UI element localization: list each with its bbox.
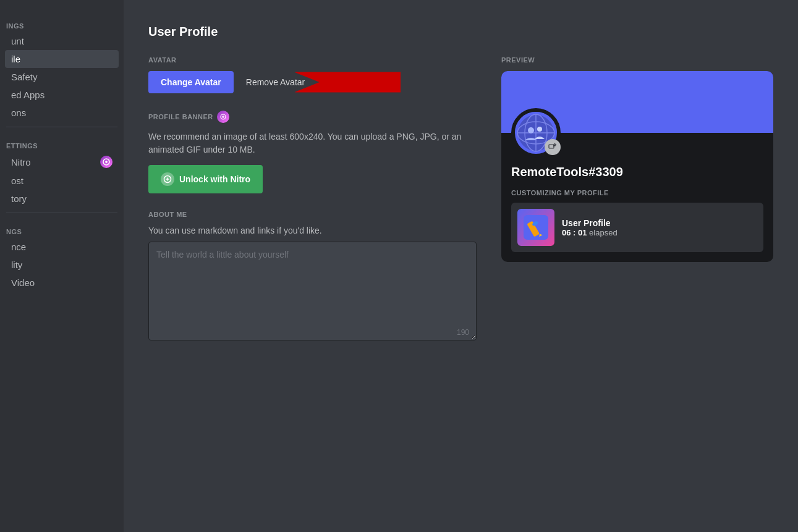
sidebar-item-boost[interactable]: ost [5,172,119,190]
activity-info: User Profile 06 : 01 elapsed [562,218,618,237]
sidebar-item-notifications-label: ons [11,108,26,118]
activity-time-bold: 06 : 01 [562,228,587,237]
sidebar-divider-1 [6,127,117,127]
sidebar-item-boost-label: ost [11,175,23,186]
activity-icon [517,209,554,246]
preview-label: PREVIEW [501,56,773,64]
right-panel: PREVIEW [501,56,773,343]
profile-username: RemoteTools#3309 [511,165,763,179]
sidebar-item-profile[interactable]: ile [5,50,119,68]
profile-username-text: RemoteTools [511,165,588,179]
activity-time: 06 : 01 elapsed [562,228,618,237]
about-textarea-wrapper: 190 [148,242,477,343]
change-avatar-button[interactable]: Change Avatar [148,71,234,93]
sidebar: INGS unt ile Safety ed Apps ons ETTINGS … [0,0,124,532]
avatar-label-text: AVATAR [148,56,177,64]
sidebar-section-app-settings: ETTINGS [0,132,124,152]
about-textarea[interactable] [148,242,477,340]
about-description: You can use markdown and links if you'd … [148,226,477,235]
sidebar-section-app-settings-2: NGS [0,218,124,238]
avatar-buttons-row: Change Avatar Remove Avatar [148,71,477,93]
banner-nitro-badge [217,111,229,123]
banner-label-text: PROFILE BANNER [148,113,213,120]
main-content: User Profile AVATAR Change Avatar Remove… [124,0,798,532]
sidebar-item-account-label: unt [11,36,24,46]
sidebar-item-safety-label: Safety [11,72,38,82]
sidebar-item-nitro[interactable]: Nitro [5,152,119,172]
svg-point-15 [528,127,534,133]
sidebar-item-quality-label: lity [11,260,22,270]
left-panel: AVATAR Change Avatar Remove Avatar PROFI… [148,56,477,343]
sidebar-divider-2 [6,213,117,213]
sidebar-item-history-label: tory [11,193,27,204]
unlock-nitro-label: Unlock with Nitro [179,174,250,184]
unlock-nitro-icon [161,172,174,186]
sidebar-item-apps[interactable]: ed Apps [5,86,119,104]
sidebar-item-account[interactable]: unt [5,32,119,50]
avatar-section-label: AVATAR [148,56,477,64]
sidebar-item-video[interactable]: Video [5,274,119,292]
sidebar-item-safety[interactable]: Safety [5,68,119,86]
page-title: User Profile [148,25,773,39]
nitro-icon [100,156,112,168]
sidebar-item-notifications[interactable]: ons [5,104,119,122]
sidebar-item-voice-label: nce [11,242,26,252]
sidebar-section-settings: INGS [0,12,124,32]
sidebar-item-profile-label: ile [11,54,20,64]
sidebar-item-history[interactable]: tory [5,190,119,208]
banner-description: We recommend an image of at least 600x24… [148,130,477,156]
about-me-section-label: ABOUT ME [148,211,477,218]
sidebar-item-video-label: Video [11,277,35,288]
activity-card: User Profile 06 : 01 elapsed [511,203,763,252]
svg-marker-3 [295,72,401,92]
profile-card: RemoteTools#3309 CUSTOMIZING MY PROFILE [501,71,773,262]
char-count: 190 [457,328,469,337]
about-label-text: ABOUT ME [148,211,187,218]
profile-section-title: CUSTOMIZING MY PROFILE [511,189,763,196]
remove-avatar-button[interactable]: Remove Avatar [244,71,307,93]
activity-title: User Profile [562,218,618,228]
profile-card-banner [501,71,773,133]
profile-banner-section-label: PROFILE BANNER [148,111,477,123]
sidebar-item-apps-label: ed Apps [11,90,45,100]
sidebar-item-voice[interactable]: nce [5,238,119,256]
profile-discriminator: #3309 [588,165,623,179]
svg-point-16 [537,127,542,132]
content-layout: AVATAR Change Avatar Remove Avatar PROFI… [148,56,773,343]
avatar-edit-button[interactable] [545,139,561,155]
sidebar-item-quality[interactable]: lity [5,256,119,274]
unlock-nitro-button[interactable]: Unlock with Nitro [148,165,263,193]
sidebar-item-nitro-label: Nitro [11,157,31,167]
activity-time-rest: elapsed [587,228,617,237]
